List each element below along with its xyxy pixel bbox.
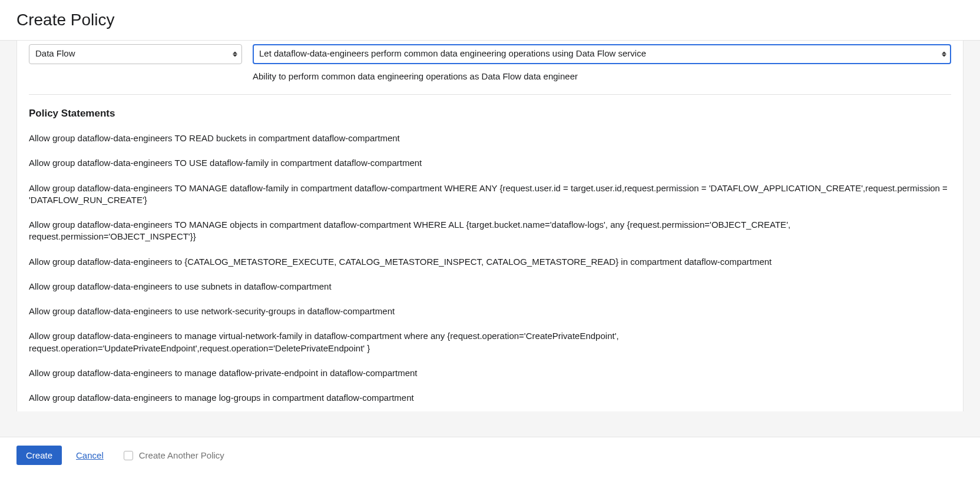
page-title: Create Policy xyxy=(16,11,964,29)
policy-statement: Allow group dataflow-data-engineers TO M… xyxy=(29,219,951,243)
service-select[interactable]: Data Flow xyxy=(29,44,242,64)
policy-template-select-wrap: Let dataflow-data-engineers perform comm… xyxy=(253,44,951,64)
policy-statements-heading: Policy Statements xyxy=(29,108,951,119)
template-description: Ability to perform common data engineeri… xyxy=(253,71,951,81)
policy-statement: Allow group dataflow-data-engineers TO M… xyxy=(29,182,951,207)
service-select-wrap: Data Flow xyxy=(29,44,242,64)
divider xyxy=(29,94,951,95)
policy-statement: Allow group dataflow-data-engineers to u… xyxy=(29,281,951,293)
policy-statement: Allow group dataflow-data-engineers TO R… xyxy=(29,132,951,144)
policy-statement: Allow group dataflow-data-engineers to m… xyxy=(29,330,951,354)
policy-statement: Allow group dataflow-data-engineers TO U… xyxy=(29,157,951,169)
page-header: Create Policy xyxy=(0,0,980,41)
policy-template-select[interactable]: Let dataflow-data-engineers perform comm… xyxy=(253,44,951,64)
policy-statement: Allow group dataflow-data-engineers to m… xyxy=(29,392,951,404)
policy-statement: Allow group dataflow-data-engineers to u… xyxy=(29,305,951,317)
policy-statement: Allow group dataflow-data-engineers to m… xyxy=(29,367,951,379)
selectors-row: Data Flow Let dataflow-data-engineers pe… xyxy=(29,41,951,64)
content-area: Data Flow Let dataflow-data-engineers pe… xyxy=(16,41,964,411)
policy-statements-list: Allow group dataflow-data-engineers TO R… xyxy=(29,132,951,411)
policy-statement: Allow group dataflow-data-engineers to {… xyxy=(29,256,951,268)
